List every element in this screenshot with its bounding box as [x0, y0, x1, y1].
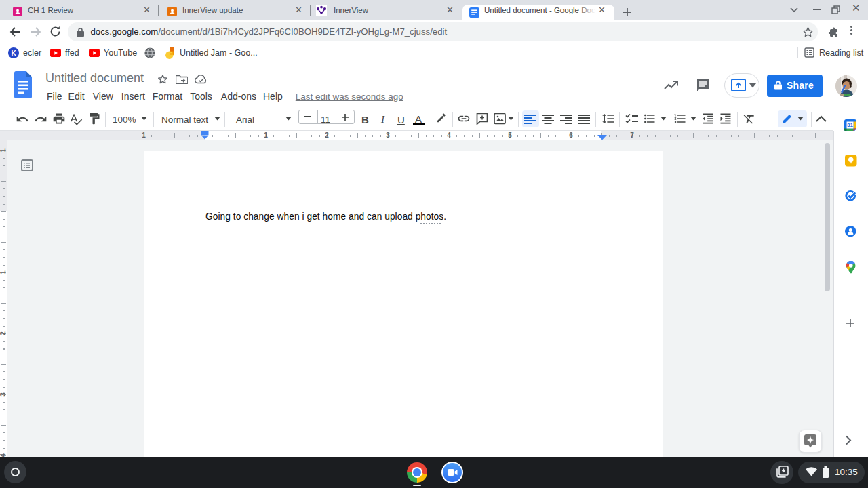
svg-text:31: 31 [847, 122, 853, 128]
svg-text:K: K [11, 49, 16, 57]
